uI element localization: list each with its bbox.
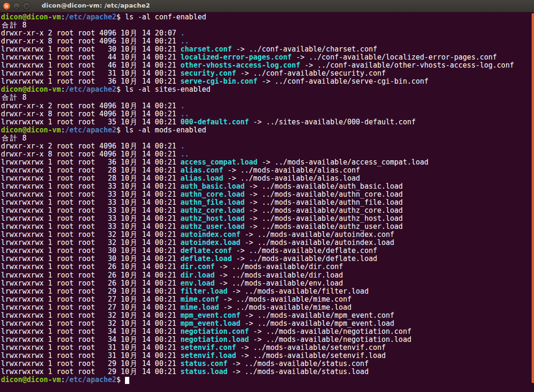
terminal-screen[interactable]: dicon@dicon-vm:/etc/apache2$ ls -al conf… xyxy=(0,12,534,392)
file-meta: lrwxrwxrwx 1 root root 33 10月 14 00:21 xyxy=(1,198,180,207)
terminal-line: dicon@dicon-vm:/etc/apache2$ xyxy=(1,376,534,384)
cjk-char: 月 xyxy=(129,166,138,174)
symlink-target: -> ../mods-available/auth_basic.load xyxy=(245,182,403,191)
scrollbar-thumb[interactable] xyxy=(532,13,534,383)
minimize-glyph xyxy=(15,7,18,8)
cjk-char: 月 xyxy=(129,110,138,118)
file-meta: lrwxrwxrwx 1 root root 30 10月 14 00:21 xyxy=(1,246,180,255)
symlink-target: -> ../mods-available/setenvif.conf xyxy=(236,343,386,352)
cjk-char: 月 xyxy=(129,53,138,61)
file-name: deflate.conf xyxy=(180,246,231,255)
file-name: mime.conf xyxy=(180,295,219,304)
cjk-char: 月 xyxy=(129,296,138,304)
file-name: .. xyxy=(180,150,189,158)
cjk-char: 月 xyxy=(129,263,138,271)
maximize-icon[interactable] xyxy=(23,2,30,10)
terminal-line: lrwxrwxrwx 1 root root 30 10月 14 00:21 d… xyxy=(1,247,534,255)
terminal-line: 合計 8 xyxy=(1,94,534,102)
cjk-char: 月 xyxy=(129,287,138,296)
terminal-line: lrwxrwxrwx 1 root root 26 10月 14 00:21 d… xyxy=(1,271,534,279)
file-meta: lrwxrwxrwx 1 root root 27 10月 14 00:21 xyxy=(1,295,180,304)
file-meta: lrwxrwxrwx 1 root root 34 10月 14 00:21 xyxy=(1,335,180,344)
prompt-path: /etc/apache2 xyxy=(65,126,116,134)
cjk-char: 月 xyxy=(129,360,138,368)
file-meta: lrwxrwxrwx 1 root root 30 10月 14 00:21 xyxy=(1,254,180,263)
prompt-command: $ ls -al mods-enabled xyxy=(116,126,206,134)
symlink-target: -> ../conf-available/localized-error-pag… xyxy=(292,53,497,61)
maximize-glyph xyxy=(25,5,28,8)
file-meta: lrwxrwxrwx 1 root root 30 10月 14 00:21 xyxy=(1,45,180,53)
file-meta: lrwxrwxrwx 1 root root 32 10月 14 00:21 xyxy=(1,238,180,247)
terminal-line: lrwxrwxrwx 1 root root 32 10月 14 00:21 m… xyxy=(1,320,534,328)
file-meta: lrwxrwxrwx 1 root root 34 10月 14 00:21 xyxy=(1,327,180,336)
file-name: negotiation.conf xyxy=(180,327,249,336)
cjk-char: 計 xyxy=(9,94,18,102)
terminal-line: lrwxrwxrwx 1 root root 27 10月 14 00:21 m… xyxy=(1,304,534,312)
file-meta: drwxr-xr-x 2 root root 4096 10月 14 20:07 xyxy=(1,29,180,37)
cjk-char: 月 xyxy=(129,45,138,53)
file-name: alias.conf xyxy=(180,166,223,174)
cjk-char: 月 xyxy=(129,312,138,320)
cjk-char: 月 xyxy=(129,336,138,344)
file-meta: lrwxrwxrwx 1 root root 35 10月 14 00:21 xyxy=(1,118,180,126)
file-name: .. xyxy=(180,110,189,118)
close-icon[interactable]: × xyxy=(3,2,10,10)
symlink-target: -> ../mods-available/negotiation.load xyxy=(249,335,411,344)
file-meta: drwxr-xr-x 8 root root 4096 10月 14 00:21 xyxy=(1,150,180,158)
terminal-line: lrwxrwxrwx 1 root root 29 10月 14 00:21 s… xyxy=(1,368,534,376)
total-line: 合計 8 xyxy=(1,21,27,29)
file-name: deflate.load xyxy=(180,254,231,263)
terminal-line: drwxr-xr-x 8 root root 4096 10月 14 00:21… xyxy=(1,150,534,158)
cjk-char: 月 xyxy=(129,271,138,279)
prompt-path: /etc/apache2 xyxy=(65,375,116,384)
file-name: authz_core.load xyxy=(180,206,244,215)
cjk-char: 月 xyxy=(129,328,138,336)
cjk-char: 月 xyxy=(129,199,138,207)
symlink-target: -> ../conf-available/security.conf xyxy=(236,69,386,78)
file-name: authn_core.load xyxy=(180,190,244,199)
cjk-char: 月 xyxy=(129,102,138,110)
symlink-target: -> ../mods-available/deflate.load xyxy=(232,254,377,263)
cjk-char: 計 xyxy=(9,134,18,142)
symlink-target: -> ../mods-available/alias.load xyxy=(223,174,360,183)
cjk-char: 月 xyxy=(129,78,138,86)
terminal-line: dicon@dicon-vm:/etc/apache2$ ls -al conf… xyxy=(1,13,534,21)
cjk-char: 月 xyxy=(129,174,138,183)
file-meta: lrwxrwxrwx 1 root root 32 10月 14 00:21 xyxy=(1,311,180,320)
symlink-target: -> ../mods-available/status.load xyxy=(228,367,369,376)
file-name: mpm_event.load xyxy=(180,319,240,328)
prompt-command: $ ls -al conf-enabled xyxy=(116,13,206,21)
symlink-target: -> ../mods-available/status.conf xyxy=(228,359,369,368)
file-name: charset.conf xyxy=(180,45,231,53)
terminal-line: lrwxrwxrwx 1 root root 26 10月 14 00:21 d… xyxy=(1,263,534,271)
cjk-char: 合 xyxy=(1,134,9,142)
symlink-target: -> ../mods-available/authz_host.load xyxy=(245,214,403,223)
symlink-target: -> ../conf-available/other-vhosts-access… xyxy=(300,61,514,70)
file-meta: lrwxrwxrwx 1 root root 26 10月 14 00:21 xyxy=(1,279,180,287)
terminal-line: lrwxrwxrwx 1 root root 30 10月 14 00:21 d… xyxy=(1,255,534,263)
cjk-char: 月 xyxy=(129,320,138,328)
cjk-char: 月 xyxy=(129,255,138,263)
symlink-target: -> ../mods-available/dir.conf xyxy=(215,262,343,271)
file-name: authz_host.load xyxy=(180,214,244,223)
cjk-char: 計 xyxy=(9,21,18,29)
file-meta: lrwxrwxrwx 1 root root 28 10月 14 00:21 xyxy=(1,166,180,174)
cjk-char: 月 xyxy=(129,223,138,231)
terminal-line: lrwxrwxrwx 1 root root 33 10月 14 00:21 a… xyxy=(1,183,534,191)
file-meta: lrwxrwxrwx 1 root root 33 10月 14 00:21 xyxy=(1,190,180,199)
title-bar[interactable]: × dicon@dicon-vm: /etc/apache2 xyxy=(0,0,534,12)
terminal-line: drwxr-xr-x 2 root root 4096 10月 14 20:07… xyxy=(1,29,534,37)
minimize-icon[interactable] xyxy=(13,2,20,10)
symlink-target: -> ../mods-available/env.load xyxy=(215,279,343,287)
file-name: dir.conf xyxy=(180,262,214,271)
file-meta: lrwxrwxrwx 1 root root 27 10月 14 00:21 xyxy=(1,303,180,312)
file-name: env.load xyxy=(180,279,214,287)
terminal-line: lrwxrwxrwx 1 root root 35 10月 14 00:21 0… xyxy=(1,118,534,126)
cjk-char: 月 xyxy=(129,150,138,158)
cjk-char: 月 xyxy=(129,70,138,78)
file-meta: lrwxrwxrwx 1 root root 32 10月 14 00:21 xyxy=(1,319,180,328)
file-meta: lrwxrwxrwx 1 root root 33 10月 14 00:21 xyxy=(1,214,180,223)
symlink-target: -> ../mods-available/mpm_event.conf xyxy=(240,311,394,320)
prompt-user-host: dicon@dicon-vm xyxy=(1,13,61,21)
file-name: dir.load xyxy=(180,271,214,279)
